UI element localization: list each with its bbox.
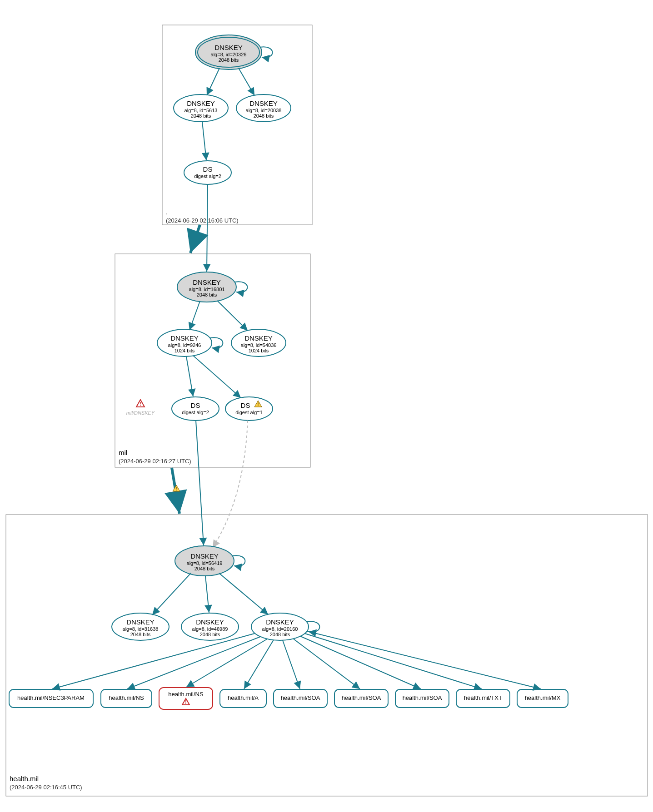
- mil-ds1-node[interactable]: DS digest alg=2: [172, 397, 219, 421]
- svg-text:health.mil/SOA: health.mil/SOA: [281, 694, 320, 701]
- svg-text:digest alg=2: digest alg=2: [182, 410, 209, 415]
- svg-text:mil/DNSKEY: mil/DNSKEY: [126, 410, 155, 416]
- edge-rootksk-zsk2: [239, 68, 254, 95]
- svg-text:alg=8, id=54036: alg=8, id=54036: [241, 342, 277, 348]
- svg-text:DNSKEY: DNSKEY: [187, 99, 215, 107]
- e-z3-r9: [307, 631, 541, 689]
- root-zsk2-node[interactable]: DNSKEY alg=8, id=20038 2048 bits: [236, 94, 291, 122]
- edge-hksk-z2: [205, 576, 209, 613]
- svg-text:alg=8, id=31638: alg=8, id=31638: [123, 626, 159, 632]
- e-z3-r8: [305, 634, 482, 689]
- svg-text:DS: DS: [191, 401, 200, 409]
- svg-text:health.mil/MX: health.mil/MX: [525, 694, 561, 701]
- e-z3-r5: [283, 640, 300, 689]
- rr-a[interactable]: health.mil/A: [220, 689, 266, 708]
- svg-text:health.mil/A: health.mil/A: [228, 694, 259, 701]
- rr-mx[interactable]: health.mil/MX: [517, 689, 568, 708]
- svg-text:health.mil/NS: health.mil/NS: [168, 691, 204, 698]
- mil-zsk2-node[interactable]: DNSKEY alg=8, id=54036 1024 bits: [231, 329, 286, 356]
- svg-text:DNSKEY: DNSKEY: [244, 334, 273, 342]
- svg-text:2048 bits: 2048 bits: [197, 292, 217, 297]
- svg-text:DNSKEY: DNSKEY: [126, 618, 155, 626]
- rr-soa-3[interactable]: health.mil/SOA: [395, 689, 449, 708]
- svg-text:health.mil/SOA: health.mil/SOA: [403, 694, 442, 701]
- edge-rootds-milksk: [207, 184, 208, 272]
- health-zsk1-node[interactable]: DNSKEY alg=8, id=31638 2048 bits: [112, 613, 169, 640]
- edge-milksk-zsk1: [189, 301, 200, 330]
- edge-milksk-zsk2: [217, 301, 248, 331]
- mil-ksk-node[interactable]: DNSKEY alg=8, id=16801 2048 bits: [177, 272, 236, 302]
- edge-milds2-hksk: [213, 421, 248, 548]
- svg-text:DS: DS: [203, 165, 213, 173]
- svg-text:1024 bits: 1024 bits: [249, 348, 269, 353]
- svg-text:DNSKEY: DNSKEY: [249, 99, 278, 107]
- rr-nsec3param[interactable]: health.mil/NSEC3PARAM: [9, 689, 93, 708]
- svg-text:alg=8, id=20038: alg=8, id=20038: [246, 108, 282, 113]
- health-ksk-selfloop: [233, 555, 245, 566]
- rr-ns-1[interactable]: health.mil/NS: [101, 689, 152, 708]
- svg-text:!: !: [140, 401, 141, 406]
- svg-text:2048 bits: 2048 bits: [191, 113, 211, 119]
- svg-text:digest alg=2: digest alg=2: [194, 173, 221, 179]
- svg-text:DNSKEY: DNSKEY: [266, 618, 294, 626]
- svg-text:2048 bits: 2048 bits: [194, 566, 215, 571]
- edge-rootksk-zsk1: [207, 68, 219, 95]
- mil-zsk1-selfloop: [210, 337, 223, 348]
- svg-text:!: !: [175, 486, 177, 491]
- svg-text:health.mil/NS: health.mil/NS: [109, 694, 144, 701]
- root-ksk-node[interactable]: DNSKEY alg=8, id=20326 2048 bits: [195, 35, 262, 69]
- svg-text:!: !: [257, 402, 259, 407]
- health-ksk-node[interactable]: DNSKEY alg=8, id=56419 2048 bits: [175, 546, 234, 576]
- zone-mil-name: mil: [119, 449, 127, 456]
- svg-text:!: !: [185, 700, 186, 705]
- svg-text:DNSKEY: DNSKEY: [170, 334, 199, 342]
- health-zsk3-selfloop: [307, 621, 319, 632]
- svg-text:health.mil/SOA: health.mil/SOA: [342, 694, 381, 701]
- edge-hksk-z3: [219, 573, 268, 614]
- svg-text:digest alg=1: digest alg=1: [235, 410, 263, 415]
- svg-text:alg=8, id=16801: alg=8, id=16801: [189, 287, 225, 292]
- root-ds-node[interactable]: DS digest alg=2: [184, 161, 231, 184]
- svg-text:alg=8, id=20326: alg=8, id=20326: [211, 52, 247, 57]
- mil-missing-dnskey[interactable]: mil/DNSKEY: [126, 410, 155, 416]
- root-zsk1-node[interactable]: DNSKEY alg=8, id=5613 2048 bits: [174, 94, 228, 122]
- svg-text:2048 bits: 2048 bits: [219, 57, 239, 63]
- health-zsk2-node[interactable]: DNSKEY alg=8, id=46989 2048 bits: [181, 613, 239, 640]
- rr-soa-2[interactable]: health.mil/SOA: [334, 689, 388, 708]
- svg-text:DNSKEY: DNSKEY: [214, 44, 243, 51]
- svg-text:alg=8, id=56419: alg=8, id=56419: [187, 560, 223, 566]
- zone-health-ts: (2024-06-29 02:16:45 UTC): [10, 784, 82, 791]
- svg-text:DNSKEY: DNSKEY: [196, 618, 224, 626]
- rr-ns-error[interactable]: health.mil/NS !: [159, 688, 213, 709]
- svg-text:alg=8, id=20160: alg=8, id=20160: [262, 626, 298, 632]
- edge-root-to-mil-deleg: [190, 225, 200, 253]
- edge-rootzsk1-ds: [202, 122, 206, 160]
- zone-root-ts: (2024-06-29 02:16:06 UTC): [166, 217, 239, 224]
- health-zsk3-node[interactable]: DNSKEY alg=8, id=20160 2048 bits: [251, 613, 309, 640]
- e-z3-r4: [244, 640, 274, 689]
- svg-text:health.mil/TXT: health.mil/TXT: [464, 694, 502, 701]
- edge-milds1-hksk: [196, 421, 204, 545]
- mil-ds2-node[interactable]: DS digest alg=1: [225, 397, 273, 421]
- rr-soa-1[interactable]: health.mil/SOA: [274, 689, 327, 708]
- mil-ksk-selfloop: [235, 282, 247, 292]
- zone-root-name: .: [166, 208, 168, 216]
- e-z3-r3: [186, 639, 267, 687]
- mil-zsk1-node[interactable]: DNSKEY alg=8, id=9246 1024 bits: [157, 329, 212, 356]
- e-z3-r6: [294, 639, 360, 689]
- svg-text:2048 bits: 2048 bits: [270, 632, 290, 637]
- edge-hksk-z1: [152, 573, 191, 615]
- svg-text:DNSKEY: DNSKEY: [193, 278, 221, 286]
- svg-text:DNSKEY: DNSKEY: [190, 552, 219, 560]
- rr-txt[interactable]: health.mil/TXT: [456, 689, 510, 708]
- zone-mil-ts: (2024-06-29 02:16:27 UTC): [119, 458, 191, 465]
- svg-text:alg=8, id=9246: alg=8, id=9246: [168, 342, 201, 348]
- warning-icon-error: !: [136, 400, 145, 407]
- svg-text:alg=8, id=46989: alg=8, id=46989: [192, 626, 228, 632]
- svg-text:2048 bits: 2048 bits: [200, 632, 220, 637]
- svg-text:2048 bits: 2048 bits: [130, 632, 151, 637]
- zone-health-name: health.mil: [10, 775, 39, 782]
- svg-text:health.mil/NSEC3PARAM: health.mil/NSEC3PARAM: [17, 694, 85, 701]
- svg-text:DS: DS: [241, 401, 250, 409]
- svg-text:1024 bits: 1024 bits: [174, 348, 195, 353]
